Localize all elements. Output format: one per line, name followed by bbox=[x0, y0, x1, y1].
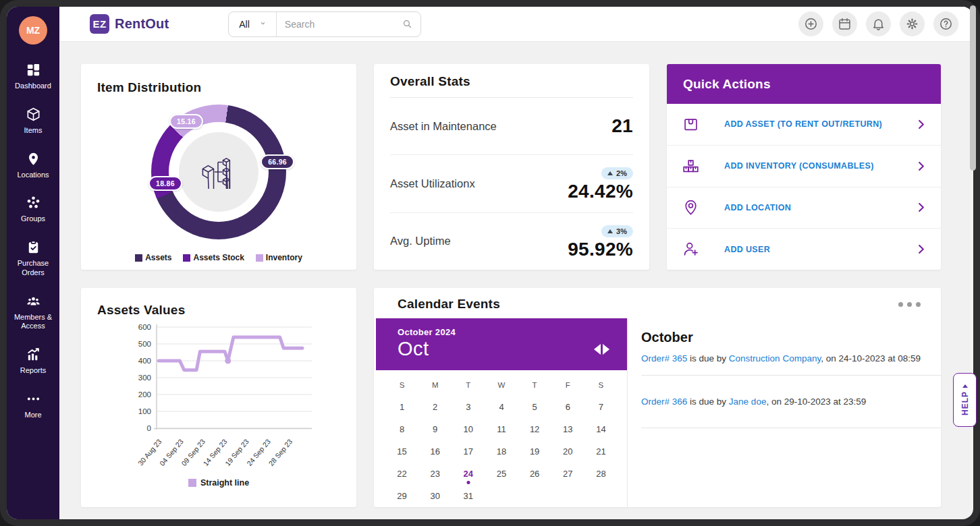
calendar-day-24[interactable]: 24 bbox=[452, 463, 485, 485]
item-distribution-title: Item Distribution bbox=[97, 80, 340, 95]
calendar-day-20[interactable]: 20 bbox=[551, 440, 584, 463]
calendar-day-27[interactable]: 27 bbox=[551, 463, 584, 485]
calendar-day-22[interactable]: 22 bbox=[385, 463, 418, 485]
chevron-right-icon bbox=[915, 118, 927, 131]
calendar-day-9[interactable]: 9 bbox=[418, 418, 452, 440]
quick-action-add-asset-to-rent-out-return[interactable]: ADD ASSET (TO RENT OUT/RETURN) bbox=[667, 104, 941, 146]
calendar-day-17[interactable]: 17 bbox=[452, 440, 485, 463]
calendar-day-23[interactable]: 23 bbox=[418, 463, 452, 485]
calendar-day-29[interactable]: 29 bbox=[385, 485, 418, 507]
calendar-day-25[interactable]: 25 bbox=[485, 463, 518, 485]
svg-text:600: 600 bbox=[138, 323, 151, 331]
user-add-icon bbox=[682, 240, 700, 258]
donut-value-assets: 66.96 bbox=[261, 154, 294, 169]
legend-item: Inventory bbox=[256, 253, 302, 262]
calendar-weekday: S bbox=[584, 376, 618, 396]
triangle-up-icon bbox=[607, 229, 613, 233]
calendar-day-31[interactable]: 31 bbox=[452, 485, 485, 507]
sidebar-item-reports[interactable]: Reports bbox=[7, 347, 59, 376]
stat-row: Asset in Maintenance 21 bbox=[390, 98, 633, 155]
calendar-day-7[interactable]: 7 bbox=[584, 396, 618, 418]
stat-row: Asset Utilizationx 2%24.42% bbox=[390, 155, 633, 212]
event-link[interactable]: Jane doe bbox=[729, 397, 767, 407]
sidebar-item-groups[interactable]: Groups bbox=[7, 195, 59, 224]
event-link[interactable]: Construction Company bbox=[729, 353, 821, 363]
calendar-day-8[interactable]: 8 bbox=[385, 418, 418, 440]
quick-action-add-location[interactable]: ADD LOCATION bbox=[667, 187, 941, 229]
quick-action-add-inventory-consumables[interactable]: ADD INVENTORY (CONSUMABLES) bbox=[667, 146, 941, 187]
legend-label: Straight line bbox=[200, 478, 249, 488]
calendar-day-21[interactable]: 21 bbox=[584, 440, 618, 463]
calendar-day-26[interactable]: 26 bbox=[518, 463, 551, 485]
bell-button[interactable] bbox=[866, 11, 891, 36]
search-bar: All bbox=[228, 11, 421, 37]
calendar-weekday: F bbox=[551, 376, 584, 396]
assets-values-legend: Straight line bbox=[97, 478, 340, 488]
quick-action-label: ADD ASSET (TO RENT OUT/RETURN) bbox=[724, 119, 882, 129]
calendar-day-4[interactable]: 4 bbox=[485, 396, 518, 418]
quick-actions-title: Quick Actions bbox=[683, 77, 771, 92]
calendar-day-13[interactable]: 13 bbox=[551, 418, 584, 440]
sidebar-item-more[interactable]: More bbox=[7, 391, 59, 420]
quick-action-label: ADD INVENTORY (CONSUMABLES) bbox=[724, 161, 874, 171]
calendar-icon bbox=[838, 17, 852, 31]
stat-value: 95.92% bbox=[568, 239, 633, 259]
assets-values-chart: 010020030040050060030 Aug 2304 Sep 2309 … bbox=[97, 320, 340, 478]
avatar[interactable]: MZ bbox=[19, 16, 47, 45]
calendar-day-3[interactable]: 3 bbox=[452, 396, 485, 418]
assets-values-card: Assets Values 010020030040050060030 Aug … bbox=[81, 288, 356, 507]
quick-action-add-user[interactable]: ADD USER bbox=[667, 229, 941, 270]
card-menu-button[interactable] bbox=[898, 302, 921, 307]
more-icon bbox=[26, 391, 41, 407]
inventory-boxes-icon bbox=[682, 157, 700, 175]
logo-badge: EZ bbox=[90, 14, 109, 34]
calendar-day-15[interactable]: 15 bbox=[385, 440, 418, 463]
help-button[interactable] bbox=[933, 11, 958, 36]
donut-value-assets-stock: 18.86 bbox=[148, 176, 182, 191]
event-link[interactable]: Order# 365 bbox=[641, 353, 687, 363]
calendar-prev-icon[interactable] bbox=[594, 344, 601, 355]
calendar-next-icon[interactable] bbox=[603, 344, 609, 355]
sidebar-item-items[interactable]: Items bbox=[7, 107, 59, 136]
calendar-weekday: T bbox=[518, 376, 551, 396]
calendar-day-19[interactable]: 19 bbox=[518, 440, 551, 463]
sidebar-item-members-access[interactable]: Members & Access bbox=[7, 293, 59, 332]
item-distribution-chart: 66.96 18.86 15.16 bbox=[151, 105, 286, 239]
scrollbar-thumb[interactable] bbox=[970, 5, 976, 171]
search-icon[interactable] bbox=[402, 18, 413, 30]
calendar-month-label: October 2024 bbox=[398, 327, 611, 337]
search-filter-dropdown[interactable]: All bbox=[229, 12, 277, 36]
calendar-day-5[interactable]: 5 bbox=[518, 396, 551, 418]
calendar-day-2[interactable]: 2 bbox=[418, 396, 452, 418]
legend-swatch bbox=[183, 254, 190, 262]
quick-actions-header: Quick Actions bbox=[667, 64, 941, 104]
calendar-day-11[interactable]: 11 bbox=[485, 418, 518, 440]
quick-action-label: ADD USER bbox=[724, 245, 770, 254]
calendar-button[interactable] bbox=[832, 11, 857, 36]
help-tab[interactable]: HELP bbox=[953, 373, 977, 427]
calendar-day-12[interactable]: 12 bbox=[518, 418, 551, 440]
calendar-day-18[interactable]: 18 bbox=[485, 440, 518, 463]
calendar-day-10[interactable]: 10 bbox=[452, 418, 485, 440]
bell-icon bbox=[871, 17, 886, 31]
triangle-up-icon bbox=[607, 171, 613, 175]
search-input[interactable] bbox=[277, 19, 402, 30]
location-pin-icon bbox=[682, 198, 700, 216]
calendar-day-28[interactable]: 28 bbox=[584, 463, 618, 485]
calendar-day-1[interactable]: 1 bbox=[385, 396, 418, 418]
sidebar-item-locations[interactable]: Locations bbox=[7, 151, 59, 180]
calendar-day-14[interactable]: 14 bbox=[584, 418, 618, 440]
plus-circle-button[interactable] bbox=[798, 11, 823, 36]
sidebar-item-purchase-orders[interactable]: Purchase Orders bbox=[7, 239, 59, 278]
gear-button[interactable] bbox=[900, 11, 925, 36]
sidebar-item-label: Locations bbox=[17, 171, 49, 180]
caret-up-icon bbox=[962, 384, 968, 388]
event-link[interactable]: Order# 366 bbox=[641, 397, 687, 407]
logo[interactable]: EZ RentOut bbox=[90, 14, 169, 34]
calendar-day-16[interactable]: 16 bbox=[418, 440, 452, 463]
svg-text:300: 300 bbox=[138, 374, 151, 382]
svg-text:200: 200 bbox=[138, 390, 151, 399]
calendar-day-6[interactable]: 6 bbox=[551, 396, 584, 418]
sidebar-item-dashboard[interactable]: Dashboard bbox=[7, 62, 59, 91]
calendar-day-30[interactable]: 30 bbox=[418, 485, 452, 507]
